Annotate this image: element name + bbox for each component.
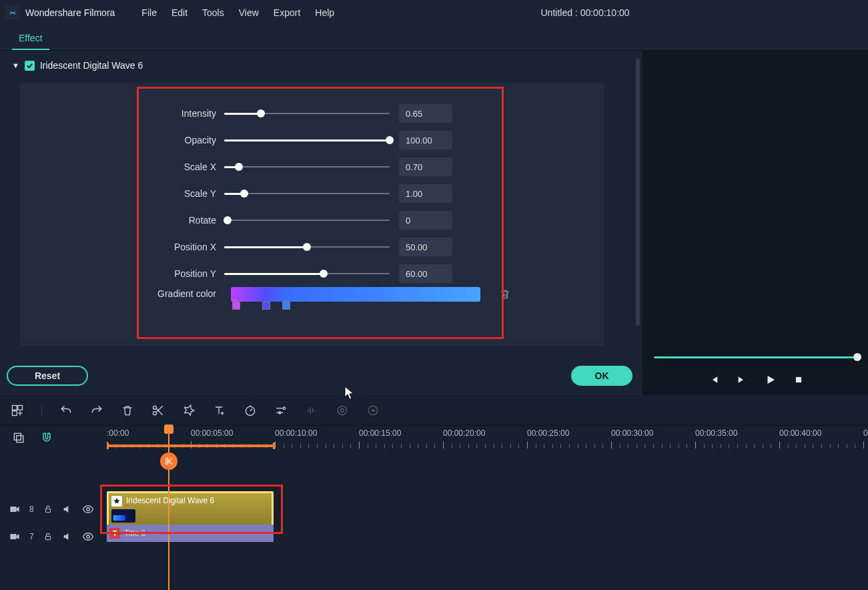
param-scale-x-label: Scale X: [20, 162, 224, 172]
mute-icon[interactable]: [62, 504, 73, 515]
clip-effect[interactable]: Iridescent Digital Wave 6: [107, 491, 274, 527]
track-title: 7 T Title 6: [0, 525, 868, 549]
clip-title-label: Title 6: [124, 529, 145, 538]
play-icon[interactable]: [765, 374, 777, 386]
svg-point-9: [338, 406, 346, 414]
svg-rect-13: [17, 436, 23, 442]
param-opacity-slider[interactable]: [224, 135, 390, 145]
param-scale-y-value[interactable]: 1.00: [399, 184, 452, 203]
param-gradient: Gradient color: [20, 287, 604, 322]
effect-header[interactable]: ▼ Iridescent Digital Wave 6: [12, 60, 642, 71]
preview-progress[interactable]: [654, 356, 861, 360]
panel-scrollbar[interactable]: [636, 59, 640, 326]
param-opacity-value[interactable]: 100.00: [399, 131, 452, 150]
param-opacity-label: Opacity: [20, 135, 224, 145]
svg-rect-12: [14, 433, 21, 440]
menu-tools[interactable]: Tools: [202, 7, 224, 18]
param-scale-y: Scale Y 1.00: [20, 180, 604, 207]
stop-icon[interactable]: [794, 375, 803, 384]
main-menus: File Edit Tools View Export Help: [141, 7, 334, 18]
gradient-stop-1[interactable]: [232, 302, 239, 311]
ruler-label: 00:00:05:00: [191, 428, 233, 438]
lock-icon[interactable]: [43, 505, 53, 514]
param-intensity-value[interactable]: 0.65: [399, 104, 452, 123]
param-scale-y-slider[interactable]: [224, 188, 390, 199]
param-rotate-value[interactable]: 0: [399, 211, 452, 230]
timeline-playhead[interactable]: [168, 426, 169, 590]
crop-icon[interactable]: [182, 404, 195, 417]
prev-frame-icon[interactable]: [709, 374, 719, 385]
tab-effect[interactable]: Effect: [12, 27, 49, 50]
param-scale-x: Scale X 0.70: [20, 154, 604, 180]
timeline: :00:0000:00:05:0000:00:10:0000:00:15:000…: [0, 395, 868, 590]
delete-gradient-stop-icon[interactable]: [499, 288, 511, 300]
param-opacity: Opacity 100.00: [20, 127, 604, 154]
audio-mixer-icon[interactable]: [305, 404, 318, 417]
param-scale-x-slider[interactable]: [224, 162, 390, 172]
lock-icon[interactable]: [43, 532, 53, 541]
reset-button[interactable]: Reset: [7, 366, 88, 386]
preview-panel: [642, 51, 868, 395]
track-video-icon[interactable]: [9, 505, 20, 513]
disclosure-triangle-icon[interactable]: ▼: [12, 61, 19, 69]
mute-icon[interactable]: [62, 531, 73, 542]
add-media-icon[interactable]: [11, 404, 24, 417]
clip-title[interactable]: T Title 6: [107, 525, 274, 542]
visibility-icon[interactable]: [82, 503, 94, 515]
param-scale-x-value[interactable]: 0.70: [399, 158, 452, 176]
track-video-icon[interactable]: [9, 533, 20, 541]
param-rotate-slider[interactable]: [224, 215, 390, 226]
timeline-ruler[interactable]: :00:0000:00:05:0000:00:10:0000:00:15:000…: [0, 426, 868, 450]
gradient-bar[interactable]: [231, 287, 480, 302]
app-name: Wondershare Filmora: [25, 7, 115, 18]
track-title-number: 7: [29, 532, 34, 541]
workspace: ▼ Iridescent Digital Wave 6 Intensity 0.…: [0, 51, 868, 395]
redo-icon[interactable]: [90, 404, 103, 417]
menu-export[interactable]: Export: [274, 7, 300, 18]
ruler-label: 00:00:15:00: [359, 428, 401, 438]
param-rotate-label: Rotate: [20, 215, 224, 226]
effect-properties: Intensity 0.65 Opacity 100.00 Scale X: [20, 83, 604, 346]
svg-rect-3: [13, 410, 17, 415]
split-icon[interactable]: [151, 404, 165, 417]
param-gradient-label: Gradient color: [20, 287, 224, 299]
delete-icon[interactable]: [121, 404, 134, 417]
menu-help[interactable]: Help: [315, 7, 334, 18]
next-frame-icon[interactable]: [737, 374, 747, 385]
logo-icon: [5, 5, 20, 20]
keyframe-icon[interactable]: [366, 404, 380, 417]
track-effect-number: 8: [29, 505, 34, 514]
param-position-y-value[interactable]: 60.00: [399, 264, 452, 283]
param-position-y-slider[interactable]: [224, 268, 390, 279]
menu-view[interactable]: View: [239, 7, 259, 18]
param-intensity-slider[interactable]: [224, 108, 390, 119]
magnet-icon[interactable]: [40, 431, 53, 445]
ruler-label: 00:00:35:00: [695, 428, 737, 438]
timeline-selection-range[interactable]: [107, 445, 275, 447]
gradient-stop-3[interactable]: [282, 302, 289, 311]
track-effect: 8 Iridescent Digital Wave 6: [0, 490, 868, 529]
clip-effect-thumbnail: [111, 509, 135, 523]
effect-name: Iridescent Digital Wave 6: [40, 60, 143, 71]
visibility-icon[interactable]: [82, 531, 94, 543]
gradient-stop-2[interactable]: [262, 302, 269, 311]
svg-rect-1: [13, 405, 17, 410]
ruler-label: 00:00:25:00: [527, 428, 569, 438]
param-position-x-value[interactable]: 50.00: [399, 238, 452, 256]
ok-button[interactable]: OK: [571, 366, 632, 386]
project-title: Untitled : 00:00:10:00: [541, 7, 630, 18]
speed-icon[interactable]: [244, 404, 257, 417]
color-adjust-icon[interactable]: [274, 404, 288, 417]
effect-enable-checkbox[interactable]: [25, 61, 35, 71]
menu-edit[interactable]: Edit: [171, 7, 187, 18]
text-icon[interactable]: [213, 404, 226, 417]
menu-file[interactable]: File: [141, 7, 157, 18]
favorite-star-icon[interactable]: [111, 496, 122, 507]
playhead-scissors-icon[interactable]: [160, 453, 177, 470]
svg-rect-16: [10, 507, 16, 512]
record-voiceover-icon[interactable]: [336, 404, 349, 417]
param-intensity-label: Intensity: [20, 108, 224, 119]
param-position-x-slider[interactable]: [224, 242, 390, 252]
undo-icon[interactable]: [59, 404, 73, 417]
track-manager-icon[interactable]: [12, 431, 25, 445]
